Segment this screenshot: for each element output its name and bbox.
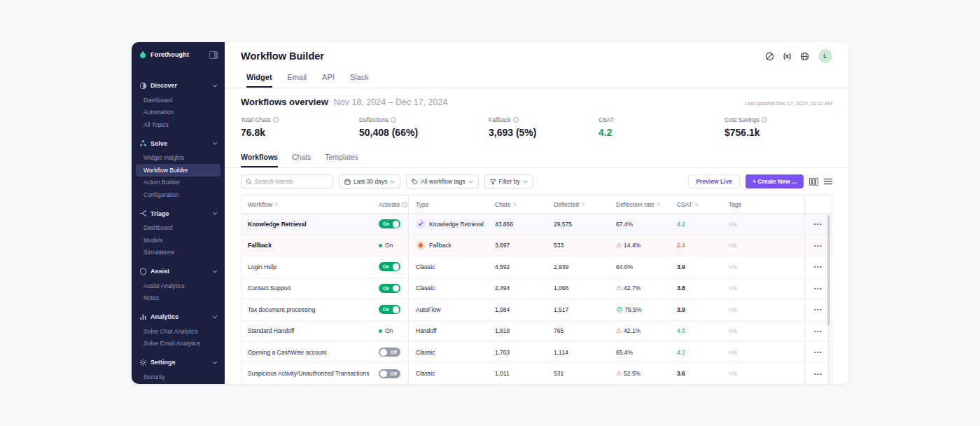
sidebar-item-solve-email-analytics[interactable]: Solve Email Analytics <box>136 338 220 350</box>
logo-row: Forethought <box>132 42 225 67</box>
more-actions-icon[interactable]: ••• <box>814 264 822 269</box>
table-row[interactable]: Tax document processingOnAutoFlow1,9841,… <box>241 299 832 321</box>
table-row[interactable]: Contact SupportOnClassic2,4941,066⚠42.7%… <box>241 278 832 300</box>
more-actions-icon[interactable]: ••• <box>814 221 822 226</box>
date-filter-label: Last 30 days <box>354 178 387 185</box>
workflow-tags-dropdown[interactable]: All workflow tags <box>406 174 478 188</box>
sidebar-item-solve-chat-analytics[interactable]: Solve Chat Analytics <box>136 325 220 338</box>
date-filter-dropdown[interactable]: Last 30 days <box>339 174 400 188</box>
sort-icon[interactable]: ⇅ <box>657 202 661 207</box>
tab-chats[interactable]: Chats <box>292 150 311 167</box>
list-view-icon[interactable] <box>824 178 832 185</box>
more-actions-icon[interactable]: ••• <box>814 350 822 355</box>
sidebar-item-models[interactable]: Models <box>136 234 220 247</box>
sidebar-item-notes[interactable]: Notes <box>136 292 220 305</box>
activate-toggle[interactable]: On <box>379 305 400 314</box>
sidebar-item-workflow-builder[interactable]: Workflow Builder <box>136 164 220 177</box>
sidebar-item-widget-insights[interactable]: Widget Insights <box>136 152 220 165</box>
slash-circle-icon[interactable] <box>765 52 774 61</box>
info-icon[interactable]: i <box>762 117 767 123</box>
column-header-deflection-rate[interactable]: Deflection rate⇅ <box>609 195 670 213</box>
metric-total-chats: Total Chats i76.8k <box>241 116 359 140</box>
chats-cell: 1,703 <box>488 342 547 363</box>
type-cell: Fallback <box>409 235 488 256</box>
tags-cell: n/a <box>722 278 804 299</box>
tab-email[interactable]: Email <box>288 70 307 88</box>
more-actions-icon[interactable]: ••• <box>814 286 822 291</box>
tab-workflows[interactable]: Workflows <box>241 150 278 167</box>
more-actions-icon[interactable]: ••• <box>814 371 822 376</box>
sidebar-item-configuration[interactable]: Configuration <box>136 188 220 201</box>
sidebar-section-triage[interactable]: Triage <box>132 205 225 222</box>
table-row[interactable]: Login HelpOnClassic4,5922,93964.0%3.9n/a… <box>241 256 832 278</box>
chevron-down-icon <box>212 212 218 215</box>
sort-icon[interactable]: ⇅ <box>694 202 699 207</box>
scrollbar-thumb[interactable] <box>827 215 830 326</box>
more-actions-icon[interactable]: ••• <box>814 243 822 248</box>
tab-slack[interactable]: Slack <box>350 70 369 88</box>
chevron-down-icon <box>212 84 218 88</box>
sort-icon[interactable]: ⇅ <box>274 202 279 207</box>
sidebar-section-discover[interactable]: Discover <box>132 77 225 94</box>
avatar[interactable]: L <box>818 49 832 63</box>
sort-icon[interactable]: ⇅ <box>581 202 585 207</box>
column-header-workflow[interactable]: Workflow⇅ <box>241 195 373 213</box>
sidebar-section-assist[interactable]: Assist <box>132 263 225 280</box>
tab-templates[interactable]: Templates <box>325 150 358 167</box>
column-header-csat[interactable]: CSAT⇅ <box>670 195 722 213</box>
columns-icon[interactable] <box>809 178 818 186</box>
sidebar-item-security[interactable]: Security <box>136 371 220 383</box>
column-header-activate[interactable]: Activatei <box>373 195 409 213</box>
table-row[interactable]: Knowledge RetrievalOnKnowledge Retrieval… <box>241 214 832 235</box>
table-row[interactable]: Suspicious Activity/Unauthorized Transac… <box>241 364 832 385</box>
activate-toggle[interactable]: On <box>379 262 400 271</box>
sidebar-item-action-builder[interactable]: Action Builder <box>136 177 220 189</box>
sidebar-item-assist-analytics[interactable]: Assist Analytics <box>136 280 220 292</box>
activate-toggle[interactable]: On <box>379 219 400 228</box>
table-row[interactable]: FallbackOnFallback3,697533⚠14.4%2.4n/a••… <box>241 235 832 257</box>
more-actions-icon[interactable]: ••• <box>814 307 822 312</box>
create-new-button[interactable]: + Create New ... <box>746 174 804 188</box>
filter-by-dropdown[interactable]: Filter by <box>484 174 533 188</box>
sidebar-section-solve[interactable]: Solve <box>132 135 225 152</box>
globe-icon[interactable] <box>800 52 809 61</box>
sidebar-section-label: Assist <box>150 268 209 275</box>
tab-api[interactable]: API <box>322 70 335 88</box>
sidebar-item-all-topics[interactable]: All Topics <box>136 118 220 131</box>
sidebar-section-analytics[interactable]: Analytics <box>132 308 225 325</box>
sidebar-item-dashboard[interactable]: Dashboard <box>136 222 220 235</box>
sidebar-item-dashboard[interactable]: Dashboard <box>136 94 220 106</box>
sidebar-item-simulations[interactable]: Simulations <box>136 247 220 259</box>
collapse-sidebar-icon[interactable] <box>209 51 218 59</box>
sidebar-item-automation[interactable]: Automation <box>136 106 220 119</box>
column-header-type[interactable]: Type <box>409 195 488 213</box>
deflected-cell: 533 <box>547 235 609 256</box>
preview-live-button[interactable]: Preview Live <box>688 174 740 188</box>
tags-cell: n/a <box>722 235 804 256</box>
activate-toggle[interactable]: Off <box>379 348 400 357</box>
info-icon[interactable]: i <box>391 117 396 123</box>
sort-icon[interactable]: ⇅ <box>512 202 517 207</box>
info-icon[interactable]: i <box>402 202 407 207</box>
table-row[interactable]: Opening a CashWise accountOffClassic1,70… <box>241 342 832 364</box>
column-header-deflected[interactable]: Deflected⇅ <box>547 195 609 213</box>
search-input[interactable] <box>255 178 328 185</box>
table-body: Knowledge RetrievalOnKnowledge Retrieval… <box>241 214 832 384</box>
more-actions-icon[interactable]: ••• <box>814 329 822 334</box>
metric-csat: CSAT4.2 <box>598 116 724 140</box>
sidebar-section-settings[interactable]: Settings <box>132 354 225 371</box>
variables-icon[interactable]: (x) <box>783 53 791 60</box>
info-icon[interactable]: i <box>513 117 519 123</box>
app-window: Forethought DiscoverDashboardAutomationA… <box>132 42 848 384</box>
chevron-down-icon <box>468 180 473 184</box>
column-header-chats[interactable]: Chats⇅ <box>488 195 547 213</box>
table-row[interactable]: Standard HandoffOnHandoff1,818765⚠42.1%4… <box>241 321 832 343</box>
search-box[interactable] <box>241 174 333 188</box>
activate-toggle[interactable]: On <box>379 284 400 293</box>
deflection-rate-cell: ⚠42.1% <box>609 321 670 342</box>
activate-toggle[interactable]: Off <box>379 369 400 378</box>
tab-widget[interactable]: Widget <box>246 70 272 88</box>
knowledge-retrieval-icon <box>416 219 426 229</box>
column-header-tags[interactable]: Tags <box>722 195 804 213</box>
info-icon[interactable]: i <box>273 117 279 123</box>
